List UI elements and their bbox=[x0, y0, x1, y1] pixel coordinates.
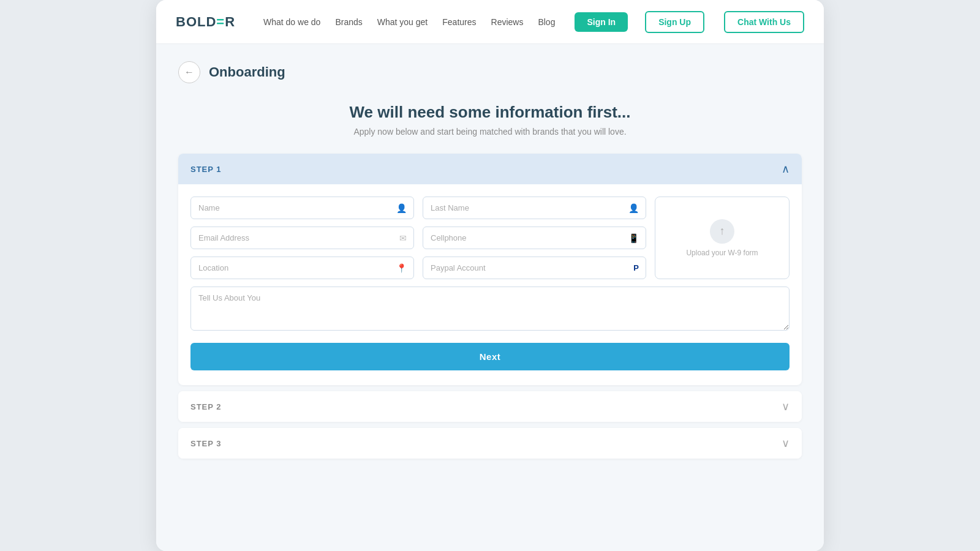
step2-label: STEP 2 bbox=[190, 402, 222, 411]
step3-header[interactable]: STEP 3 ∨ bbox=[178, 428, 802, 459]
nav-blog[interactable]: Blog bbox=[538, 17, 555, 27]
step1-chevron-icon: ∧ bbox=[782, 162, 790, 176]
name-input[interactable] bbox=[190, 197, 414, 219]
nav-what-you-get[interactable]: What you get bbox=[377, 17, 428, 27]
step2-chevron-icon: ∨ bbox=[782, 400, 790, 413]
logo-accent: = bbox=[216, 14, 225, 29]
cellphone-input[interactable] bbox=[423, 227, 646, 249]
step3-accordion: STEP 3 ∨ bbox=[178, 428, 802, 459]
nav-features[interactable]: Features bbox=[442, 17, 476, 27]
page-header: ← Onboarding bbox=[178, 61, 802, 83]
name-input-wrapper: 👤 bbox=[190, 197, 414, 219]
bio-textarea-wrapper bbox=[190, 287, 790, 333]
location-input-wrapper: 📍 bbox=[190, 257, 414, 279]
step3-chevron-icon: ∨ bbox=[782, 437, 790, 450]
page-container: BOLD=R What do we do Brands What you get… bbox=[156, 0, 824, 551]
signin-button[interactable]: Sign In bbox=[575, 12, 628, 32]
step2-accordion: STEP 2 ∨ bbox=[178, 391, 802, 422]
back-button[interactable]: ← bbox=[178, 61, 200, 83]
paypal-input-wrapper: P bbox=[423, 257, 646, 279]
lastname-input-wrapper: 👤 bbox=[423, 197, 646, 219]
bio-textarea[interactable] bbox=[190, 287, 790, 331]
step1-header[interactable]: STEP 1 ∧ bbox=[178, 154, 802, 184]
step1-accordion: STEP 1 ∧ 👤 ✉ bbox=[178, 154, 802, 385]
step1-row1: 👤 ✉ 📍 bbox=[190, 197, 790, 279]
nav-what-we-do[interactable]: What do we do bbox=[263, 17, 320, 27]
step2-header[interactable]: STEP 2 ∨ bbox=[178, 391, 802, 422]
step3-label: STEP 3 bbox=[190, 439, 222, 448]
content-area: ← Onboarding We will need some informati… bbox=[156, 44, 824, 551]
cellphone-input-wrapper: 📱 bbox=[423, 227, 646, 249]
upload-box[interactable]: ↑ Upload your W-9 form bbox=[655, 197, 790, 279]
location-input[interactable] bbox=[190, 257, 414, 279]
nav-links: What do we do Brands What you get Featur… bbox=[263, 11, 804, 33]
step1-left-col: 👤 ✉ 📍 bbox=[190, 197, 414, 279]
email-input-wrapper: ✉ bbox=[190, 227, 414, 249]
headline-subtitle: Apply now below and start being matched … bbox=[178, 127, 802, 137]
navbar: BOLD=R What do we do Brands What you get… bbox=[156, 0, 824, 44]
headline-section: We will need some information first... A… bbox=[178, 103, 802, 137]
headline-title: We will need some information first... bbox=[178, 103, 802, 122]
nav-brands[interactable]: Brands bbox=[335, 17, 362, 27]
upload-arrow: ↑ bbox=[720, 225, 725, 238]
upload-label: Upload your W-9 form bbox=[686, 249, 758, 257]
paypal-input[interactable] bbox=[423, 257, 646, 279]
upload-icon: ↑ bbox=[710, 219, 734, 244]
next-button[interactable]: Next bbox=[190, 343, 790, 370]
chat-button[interactable]: Chat With Us bbox=[724, 11, 804, 33]
logo: BOLD=R bbox=[176, 14, 235, 30]
lastname-input[interactable] bbox=[423, 197, 646, 219]
email-input[interactable] bbox=[190, 227, 414, 249]
step1-label: STEP 1 bbox=[190, 165, 222, 174]
step1-body: 👤 ✉ 📍 bbox=[178, 184, 802, 385]
signup-button[interactable]: Sign Up bbox=[645, 11, 704, 33]
step1-mid-col: 👤 📱 P bbox=[423, 197, 646, 279]
page-title: Onboarding bbox=[209, 64, 285, 80]
nav-reviews[interactable]: Reviews bbox=[491, 17, 524, 27]
